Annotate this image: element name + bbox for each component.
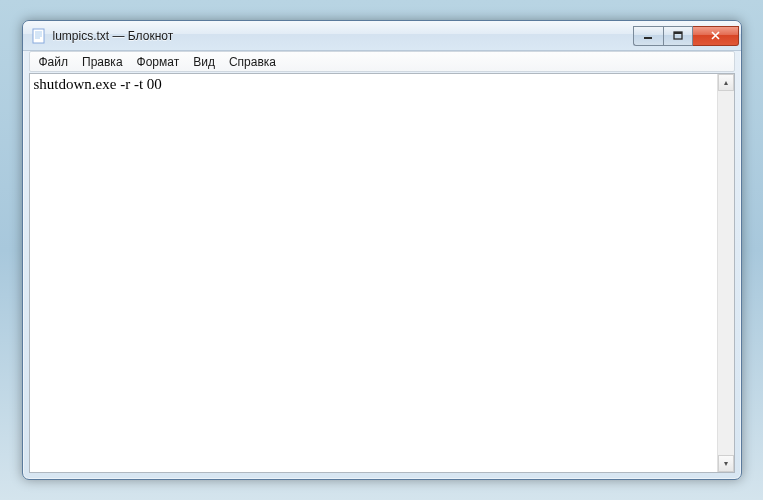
editor-container: shutdown.exe -r -t 00 ▴ ▾ <box>29 73 735 473</box>
menu-edit[interactable]: Правка <box>75 53 130 71</box>
scroll-down-icon[interactable]: ▾ <box>718 455 734 472</box>
scroll-up-icon[interactable]: ▴ <box>718 74 734 91</box>
title-bar[interactable]: lumpics.txt — Блокнот <box>23 21 741 51</box>
close-button[interactable] <box>693 26 739 46</box>
minimize-button[interactable] <box>633 26 663 46</box>
menu-help[interactable]: Справка <box>222 53 283 71</box>
svg-rect-5 <box>644 37 652 39</box>
menu-format[interactable]: Формат <box>130 53 187 71</box>
text-editor[interactable]: shutdown.exe -r -t 00 <box>30 74 717 472</box>
scroll-track[interactable] <box>718 91 734 455</box>
menu-bar: Файл Правка Формат Вид Справка <box>29 51 735 72</box>
notepad-icon <box>31 28 47 44</box>
notepad-window: lumpics.txt — Блокнот Файл Правка Формат… <box>22 20 742 480</box>
menu-file[interactable]: Файл <box>32 53 76 71</box>
window-controls <box>633 26 739 46</box>
vertical-scrollbar[interactable]: ▴ ▾ <box>717 74 734 472</box>
svg-rect-7 <box>674 32 682 34</box>
menu-view[interactable]: Вид <box>186 53 222 71</box>
window-title: lumpics.txt — Блокнот <box>53 29 633 43</box>
maximize-button[interactable] <box>663 26 693 46</box>
